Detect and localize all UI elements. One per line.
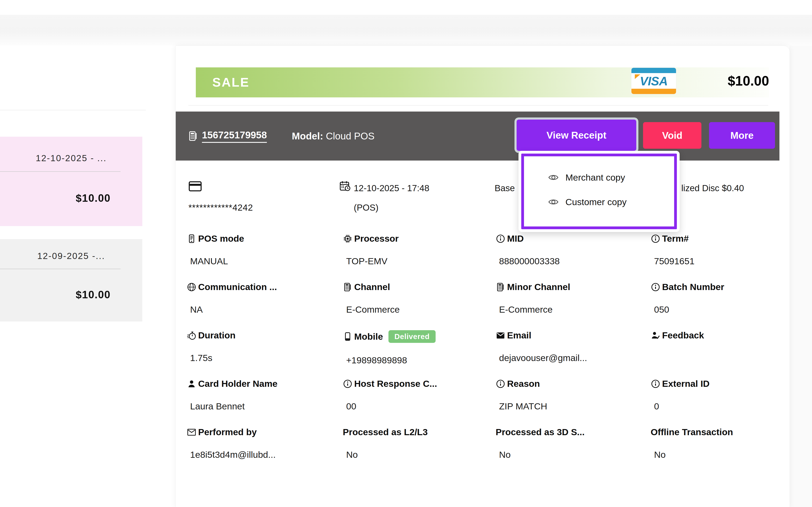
- field-cell: MID 888000003338: [496, 233, 651, 282]
- field-label-row: Batch Number: [651, 282, 779, 292]
- credit-card-icon: [189, 181, 202, 192]
- menu-item-customer-copy[interactable]: Customer copy: [524, 190, 674, 214]
- eye-icon: [548, 196, 559, 208]
- field-value: No: [496, 450, 651, 460]
- transaction-date: 12-10-2025 - ...: [0, 137, 142, 163]
- list-item-divider: [0, 269, 120, 269]
- field-cell: Performed by 1e8i5t3d4m@illubd...: [187, 427, 343, 475]
- field-value: MANUAL: [187, 256, 343, 266]
- field-cell: Mobile Delivered +19898989898: [343, 330, 496, 379]
- void-button[interactable]: Void: [643, 122, 701, 149]
- field-value: No: [343, 450, 496, 460]
- field-cell: Communication ... NA: [187, 282, 343, 330]
- transaction-datetime-suffix: (POS): [354, 203, 378, 213]
- visa-bottom-stripe: [631, 89, 676, 94]
- view-receipt-button[interactable]: View Receipt: [517, 120, 636, 151]
- info-icon: [343, 379, 353, 389]
- eye-icon: [548, 172, 559, 183]
- field-label-row: Minor Channel: [496, 282, 651, 292]
- field-cell: Batch Number 050: [651, 282, 779, 330]
- field-label-row: Feedback: [651, 330, 779, 341]
- menu-item-label: Merchant copy: [565, 172, 625, 183]
- page-header-band: [0, 15, 812, 46]
- menu-item-label: Customer copy: [565, 197, 626, 207]
- field-label-row: Duration: [187, 330, 343, 341]
- field-label: Duration: [198, 330, 236, 341]
- field-value: 888000003338: [496, 256, 651, 266]
- transaction-detail-screen: 12-10-2025 - ... $10.00 12-09-2025 -... …: [0, 0, 812, 507]
- info-icon: [651, 282, 660, 292]
- transaction-amount: $10.00: [0, 289, 142, 301]
- globe-icon: [187, 282, 196, 292]
- field-value: E-Commerce: [343, 304, 496, 315]
- receipt-number-link[interactable]: 156725179958: [202, 129, 267, 143]
- pos-terminal-icon: [188, 130, 199, 142]
- field-label: Term#: [662, 233, 689, 244]
- field-cell: Channel E-Commerce: [343, 282, 496, 330]
- visa-wordmark: VISA: [640, 74, 668, 88]
- field-label: Card Holder Name: [198, 379, 277, 389]
- field-value: E-Commerce: [496, 304, 651, 315]
- transaction-detail-card: SALE VISA $10.00 156725179958 Model: Clo…: [175, 46, 790, 507]
- field-cell: Offline Transaction No: [651, 427, 779, 475]
- delivered-badge: Delivered: [389, 330, 436, 343]
- mail-outline-icon: [187, 427, 196, 437]
- visa-flag-accent: [635, 74, 640, 79]
- field-cell: External ID 0: [651, 379, 779, 427]
- list-item-divider: [0, 171, 120, 172]
- field-value: 0: [651, 401, 779, 411]
- transaction-list-item[interactable]: 12-09-2025 -... $10.00: [0, 239, 142, 322]
- field-label: Reason: [507, 379, 540, 389]
- field-cell: Reason ZIP MATCH: [496, 379, 651, 427]
- transaction-list-item-selected[interactable]: 12-10-2025 - ... $10.00: [0, 137, 142, 226]
- field-label-row: Host Response C...: [343, 379, 496, 389]
- field-label: Offline Transaction: [651, 427, 733, 437]
- view-receipt-dropdown-panel: Merchant copy Customer copy: [521, 154, 677, 229]
- field-cell: Card Holder Name Laura Bennet: [187, 379, 343, 427]
- phone-screen-icon: [187, 234, 196, 243]
- fields-grid: POS mode MANUAL Processor TOP-EMV MID 88…: [187, 233, 779, 475]
- field-label-row: MID: [496, 233, 651, 244]
- field-label: Processor: [354, 233, 399, 244]
- field-label-row: External ID: [651, 379, 779, 389]
- field-label: Performed by: [198, 427, 257, 437]
- transaction-list-divider: [0, 110, 146, 110]
- field-cell: Processed as L2/L3 No: [343, 427, 496, 475]
- person-icon: [187, 379, 196, 389]
- field-label-row: Email: [496, 330, 651, 341]
- field-label: MID: [507, 233, 524, 244]
- field-value: No: [651, 450, 779, 460]
- field-value: 00: [343, 401, 496, 411]
- field-label: POS mode: [198, 233, 244, 244]
- field-label-row: Card Holder Name: [187, 379, 343, 389]
- field-label-row: Offline Transaction: [651, 427, 779, 437]
- info-icon: [496, 379, 505, 389]
- field-value: ZIP MATCH: [496, 401, 651, 411]
- field-label-row: Communication ...: [187, 282, 343, 292]
- transaction-amount-header: $10.00: [696, 68, 769, 94]
- field-cell: Minor Channel E-Commerce: [496, 282, 651, 330]
- base-amount-fragment: Base: [495, 183, 515, 193]
- field-label: Batch Number: [662, 282, 724, 292]
- field-label: Processed as 3D S...: [496, 427, 585, 437]
- field-label-row: Term#: [651, 233, 779, 244]
- model-value: Cloud POS: [326, 130, 374, 142]
- field-value: 1.75s: [187, 353, 343, 363]
- mail-filled-icon: [496, 331, 505, 340]
- field-value: dejavoouser@gmail...: [496, 353, 651, 363]
- pos-terminal-icon: [496, 282, 505, 292]
- field-label: Communication ...: [198, 282, 277, 292]
- field-label: Processed as L2/L3: [343, 427, 428, 437]
- field-cell: Host Response C... 00: [343, 379, 496, 427]
- pos-terminal-icon: [343, 282, 353, 292]
- field-cell: Feedback: [651, 330, 779, 379]
- more-button[interactable]: More: [709, 122, 775, 149]
- masked-card-number: ************4242: [189, 203, 253, 213]
- transaction-date: 12-09-2025 -...: [0, 239, 142, 261]
- info-icon: [651, 234, 660, 243]
- menu-item-merchant-copy[interactable]: Merchant copy: [524, 165, 674, 190]
- visa-top-stripe: [631, 68, 676, 73]
- field-label: Minor Channel: [507, 282, 570, 292]
- model-label: Model:: [292, 130, 323, 142]
- field-cell: POS mode MANUAL: [187, 233, 343, 282]
